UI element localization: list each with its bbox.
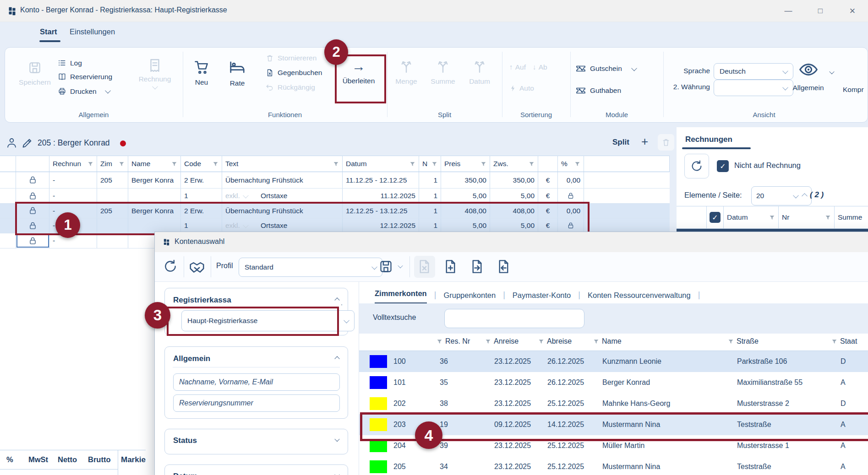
ansicht-allgemein-button[interactable]: Allgemein — [789, 59, 828, 92]
invoice-col-summe[interactable]: Summe — [835, 206, 868, 228]
column-header-rechnung[interactable]: Rechnun — [49, 156, 97, 172]
add-split-button[interactable]: + — [641, 135, 648, 149]
reservation-number-input[interactable] — [173, 394, 340, 412]
drucken-button[interactable]: Drucken — [58, 87, 110, 96]
chevron-down-icon[interactable] — [334, 472, 339, 475]
filter-icon[interactable] — [728, 339, 734, 345]
account-row[interactable]: 2053423.12.202525.12.2025Mustermann Nina… — [359, 456, 868, 475]
komprimiert-button[interactable]: Kompr — [843, 86, 868, 94]
fulltext-search-input[interactable] — [444, 309, 584, 328]
reservierung-button[interactable]: Reservierung — [58, 72, 112, 81]
rechnung-button[interactable]: Rechnung — [137, 58, 172, 89]
dialog-tab-paymaster-konto[interactable]: Paymaster-Konto — [513, 291, 571, 304]
split-menge-button[interactable]: Menge — [390, 59, 422, 86]
chevron-up-icon[interactable] — [334, 297, 339, 302]
export-profile-icon[interactable] — [496, 259, 512, 275]
dialog-tab-zimmerkonten[interactable]: Zimmerkonten — [375, 289, 427, 304]
filter-icon[interactable] — [593, 339, 599, 345]
invoice-col-datum[interactable]: Datum — [724, 206, 779, 228]
sort-auf-button[interactable]: Auf — [515, 63, 526, 71]
filter-icon[interactable] — [437, 339, 442, 345]
sprache-select[interactable]: Deutsch — [714, 63, 793, 80]
chevron-up-icon[interactable] — [802, 193, 808, 199]
column-header-zimmer[interactable]: Zim — [97, 156, 128, 172]
delete-profile-icon[interactable] — [416, 259, 432, 275]
refresh-icon[interactable] — [163, 259, 178, 274]
select-all-checkbox[interactable]: ✓ — [710, 212, 721, 223]
column-header-pct[interactable]: % — [558, 156, 584, 172]
filter-icon[interactable] — [769, 215, 775, 221]
tab-start[interactable]: Start — [40, 27, 57, 36]
filter-icon[interactable] — [831, 339, 837, 345]
rueckgaengig-button[interactable]: Rückgängig — [266, 83, 315, 92]
account-row[interactable]: 1003623.12.202526.12.2025Kunzmann Leonie… — [359, 351, 868, 372]
column-header-datum[interactable]: Datum — [343, 156, 419, 172]
filter-icon[interactable] — [87, 161, 93, 167]
filter-icon[interactable] — [171, 161, 177, 167]
chevron-down-icon[interactable] — [398, 263, 403, 268]
pencil-icon[interactable] — [21, 137, 33, 149]
column-header-menge[interactable]: N — [419, 156, 441, 172]
guthaben-button[interactable]: Guthaben — [575, 85, 621, 96]
ueberleiten-button[interactable]: → Überleiten — [339, 60, 378, 85]
filter-icon[interactable] — [825, 215, 831, 221]
per-page-stepper[interactable]: 20 — [751, 186, 812, 205]
save-button[interactable]: Speichern — [17, 60, 52, 86]
new-profile-icon[interactable] — [442, 259, 459, 275]
gutschein-button[interactable]: Gutschein — [575, 63, 636, 74]
log-button[interactable]: Log — [58, 59, 82, 67]
guest-search-input[interactable] — [173, 373, 340, 391]
filter-icon[interactable] — [574, 161, 580, 167]
column-header-name[interactable]: Name — [128, 156, 181, 172]
filter-icon[interactable] — [529, 161, 535, 167]
dialog-tab-gruppenkonten[interactable]: Gruppenkonten — [443, 291, 496, 304]
split-datum-button[interactable]: Datum — [464, 59, 496, 86]
accounts-col-name[interactable]: Name — [593, 337, 622, 345]
profil-select[interactable]: Standard — [239, 258, 382, 277]
waehrung-select[interactable] — [714, 80, 793, 96]
save-profile-icon[interactable] — [378, 259, 393, 274]
delete-split-button[interactable] — [658, 134, 674, 151]
accounts-col-abreise[interactable]: Abreise — [538, 337, 572, 345]
column-header-zws[interactable]: Zws. — [490, 156, 538, 172]
split-summe-button[interactable]: Summe — [427, 59, 459, 86]
chevron-down-icon[interactable] — [793, 192, 799, 198]
nicht-auf-rechnung-checkbox[interactable]: ✓ — [717, 160, 729, 172]
filter-icon[interactable] — [409, 161, 415, 167]
filter-icon[interactable] — [213, 161, 218, 167]
column-header-preis[interactable]: Preis — [441, 156, 490, 172]
accounts-col-res-nr[interactable]: Res. Nr — [437, 337, 470, 345]
accounts-col-anreise[interactable]: Anreise — [485, 337, 519, 345]
stornieren-button[interactable]: Storniereren — [266, 54, 317, 62]
table-row[interactable]: -205Berger Konra2 Erw.Übernachtung Frühs… — [0, 204, 670, 218]
neu-button[interactable]: Neu — [187, 59, 216, 86]
column-header-code[interactable]: Code — [181, 156, 222, 172]
split-tab-label[interactable]: Split — [612, 138, 629, 147]
minimize-button[interactable]: — — [778, 4, 799, 18]
accounts-col-staat[interactable]: Staat — [831, 337, 857, 345]
table-row[interactable]: -205Berger Konra2 Erw.Übernachtung Frühs… — [0, 172, 670, 189]
table-row[interactable]: -1exkl.Ortstaxe11.12.202515,005,00€ — [0, 189, 670, 204]
close-button[interactable]: × — [842, 4, 863, 18]
accounts-col-straße[interactable]: Straße — [728, 337, 759, 345]
import-profile-icon[interactable] — [469, 259, 485, 275]
filter-icon[interactable] — [333, 161, 339, 167]
rate-button[interactable]: Rate — [223, 59, 252, 87]
filter-icon[interactable] — [485, 339, 491, 345]
filter-icon[interactable] — [431, 161, 437, 167]
invoice-panel-title[interactable]: Rechnungen — [685, 135, 732, 144]
sort-auto-button[interactable]: Auto — [509, 84, 534, 92]
invoice-col-nr[interactable]: Nr — [779, 206, 835, 228]
gegenbuchen-button[interactable]: Gegenbuchen — [266, 69, 322, 77]
dialog-tab-konten-ressourcenverwaltung[interactable]: Konten Ressourcenverwaltung — [588, 291, 691, 304]
exkl-dropdown[interactable]: exkl. — [225, 221, 240, 230]
filter-icon[interactable] — [480, 161, 486, 167]
account-row[interactable]: 1013523.12.202526.12.2025Berger KonradMa… — [359, 372, 868, 393]
chevron-down-icon[interactable] — [334, 437, 339, 442]
filter-icon[interactable] — [119, 161, 125, 167]
column-header-text[interactable]: Text — [222, 156, 343, 172]
filter-icon[interactable] — [538, 339, 544, 345]
refresh-button[interactable] — [684, 154, 709, 178]
exkl-dropdown[interactable]: exkl. — [225, 192, 240, 200]
sort-ab-button[interactable]: Ab — [539, 63, 547, 71]
